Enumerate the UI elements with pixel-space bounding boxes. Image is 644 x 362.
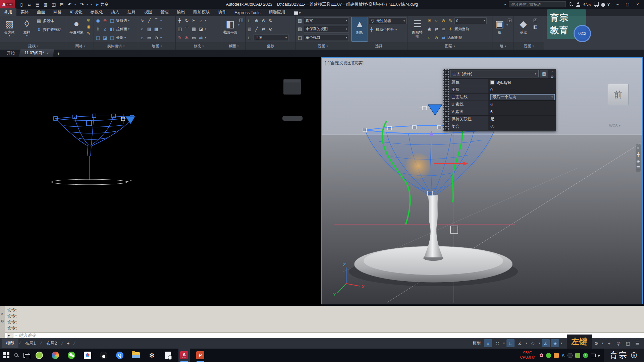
viewport-controls-label[interactable]: [+][自定义视图][真实]: [325, 60, 364, 66]
share-button[interactable]: ➤ 共享: [95, 2, 108, 7]
tab-surface[interactable]: 曲面: [33, 8, 49, 16]
smooth-object-button[interactable]: ● 平滑对象: [68, 17, 85, 42]
tab-express-tools[interactable]: Express Tools: [230, 9, 265, 16]
rotate-icon[interactable]: ↻: [184, 18, 190, 24]
viewport-left[interactable]: [0, 57, 321, 306]
loft-button[interactable]: ◊ 放样 ▾: [18, 17, 35, 42]
circle-icon[interactable]: ○: [139, 26, 145, 32]
object-isolate-toggle[interactable]: +: [605, 339, 613, 347]
iso-toggle[interactable]: ◇: [529, 339, 537, 347]
array-icon[interactable]: ▦: [191, 26, 197, 32]
taskbar-app-viewer[interactable]: [162, 349, 174, 362]
tray-autodesk-icon[interactable]: A: [561, 353, 565, 358]
panel-name-modeling[interactable]: 建模 ▾: [0, 42, 67, 50]
isolate-objects-toggle[interactable]: ◎: [614, 339, 623, 347]
undo-icon[interactable]: ↶: [66, 1, 73, 8]
taskbar-app-wechat[interactable]: [66, 349, 77, 362]
tray-antivirus-icon[interactable]: +: [583, 353, 588, 358]
wcs-dropdown[interactable]: WCS ▾: [609, 123, 621, 128]
panel-name-coordinates[interactable]: 坐标: [246, 42, 296, 50]
panel-name-section[interactable]: 截面 ▾: [222, 42, 245, 50]
erase-icon[interactable]: ◪: [198, 26, 204, 32]
iso-caret-icon[interactable]: ▾: [538, 342, 540, 345]
tray-flower-icon[interactable]: ✿: [539, 352, 544, 358]
union-icon[interactable]: ◉: [95, 18, 101, 24]
polar-toggle[interactable]: ∡: [516, 339, 524, 347]
filter-dropdown[interactable]: ▽ 无过滤器 ▾: [369, 17, 407, 24]
tab-solid[interactable]: 实体: [16, 8, 33, 16]
tab-mesh[interactable]: 网格: [49, 8, 66, 16]
property-row-v-isolines[interactable]: V 素线 6: [449, 108, 556, 115]
mesh-edit-icon[interactable]: ✎: [86, 30, 92, 36]
property-row-u-isolines[interactable]: U 素线 6: [449, 101, 556, 108]
ucs-world-icon[interactable]: ⊕: [254, 18, 260, 24]
presspull-button[interactable]: ⇕ 按住并拖动: [36, 25, 61, 34]
taskbar-app-qq[interactable]: [98, 349, 109, 362]
taskbar-app-explorer[interactable]: [130, 349, 142, 362]
align-icon[interactable]: ⇄: [198, 35, 204, 41]
command-palette-grip[interactable]: × ⚙: [0, 306, 5, 338]
taskbar-app-powerpoint[interactable]: P: [195, 349, 206, 362]
osnap-caret-icon[interactable]: ▾: [560, 342, 563, 345]
line-icon[interactable]: ╱: [146, 18, 152, 24]
ucs-face-icon[interactable]: ▧: [247, 26, 253, 32]
tab-visualize[interactable]: 可视化: [66, 8, 87, 16]
visual-style-dropdown[interactable]: 真实 ▾: [304, 17, 349, 24]
nav-zoom-icon[interactable]: ◈: [636, 159, 640, 164]
trim-icon[interactable]: ✂: [191, 18, 197, 24]
panel-name-selection[interactable]: 选择: [350, 42, 408, 50]
layer-freeze-icon[interactable]: ○: [433, 18, 439, 24]
search-expand-icon[interactable]: ▸: [504, 3, 506, 6]
taskbar-app-browser[interactable]: [50, 349, 61, 362]
match-layer-icon[interactable]: ⇄: [440, 35, 446, 41]
tab-view[interactable]: 视图: [140, 8, 156, 16]
tab-collaborate[interactable]: 协作: [214, 8, 230, 16]
tab-parametric[interactable]: 参数化: [87, 8, 107, 16]
panel-name-mesh[interactable]: 网格 ▾: [67, 42, 94, 50]
panel-name-draw[interactable]: 绘图 ▾: [138, 42, 175, 50]
grid-toggle[interactable]: #: [484, 339, 492, 347]
base-point-button[interactable]: ◆ 基点: [515, 17, 532, 42]
palette-grip[interactable]: [443, 69, 449, 131]
file-tab-close-icon[interactable]: ×: [47, 51, 49, 55]
new-layout-button[interactable]: +: [63, 339, 73, 347]
sign-in-label[interactable]: 登录: [583, 2, 591, 7]
explode-icon[interactable]: ✻: [184, 35, 190, 41]
tray-wechat-icon[interactable]: [546, 353, 551, 358]
viewcube[interactable]: 前: [608, 84, 629, 105]
panel-name-view-right[interactable]: 视图 ▾: [514, 42, 544, 50]
new-file-icon[interactable]: ▯: [18, 1, 25, 8]
gizmo-button[interactable]: ╋ 移动小控件 ▾: [369, 25, 407, 34]
property-row-closed[interactable]: 闭合 否: [449, 123, 556, 130]
print-icon[interactable]: ⊟: [58, 1, 65, 8]
tray-network-icon[interactable]: [568, 353, 573, 358]
taper-faces-icon[interactable]: ⊿: [102, 26, 108, 32]
panel-name-solid-editing[interactable]: 实体编辑 ▾: [94, 42, 138, 50]
model-space-toggle[interactable]: 模型: [471, 341, 483, 346]
layout-tab-layout2[interactable]: 布局2: [42, 339, 61, 348]
layer-fade-icon[interactable]: ≋: [440, 26, 446, 32]
tab-manage[interactable]: 管理: [156, 8, 173, 16]
palette-close-icon[interactable]: ×: [551, 69, 553, 73]
taskbar-app-360[interactable]: [34, 349, 45, 362]
start-button[interactable]: [3, 352, 9, 358]
taskbar-app-meeting[interactable]: [82, 349, 93, 362]
box-button[interactable]: ▧ 长方体 ▾: [1, 17, 18, 42]
search-input[interactable]: [509, 1, 566, 7]
live-section-icon[interactable]: ◫: [238, 17, 244, 23]
command-prompt-icon[interactable]: ▸_: [7, 333, 13, 338]
culling-button[interactable]: ▲ 剔除: [351, 17, 368, 42]
spline-icon[interactable]: ∿: [139, 18, 145, 24]
group-button[interactable]: ▣ 组: [493, 17, 506, 42]
property-row-surface-normal[interactable]: 曲面法线 最后一个法向 ▾: [449, 93, 556, 101]
qat-customize-icon[interactable]: ▾: [91, 3, 93, 6]
match-layer-button[interactable]: 匹配图层: [447, 35, 462, 40]
taskbar-search-icon[interactable]: [14, 353, 19, 358]
layer-isolate-icon[interactable]: ○: [426, 35, 432, 41]
layer-lock-icon[interactable]: ⊘: [440, 18, 446, 24]
tab-addins[interactable]: 附加模块: [189, 8, 214, 16]
user-icon[interactable]: [576, 2, 581, 7]
section-plane-button[interactable]: ◧ 截面平面: [223, 17, 237, 42]
arc-icon[interactable]: ⌒: [153, 18, 159, 24]
subtract-icon[interactable]: ⊖: [102, 18, 108, 24]
